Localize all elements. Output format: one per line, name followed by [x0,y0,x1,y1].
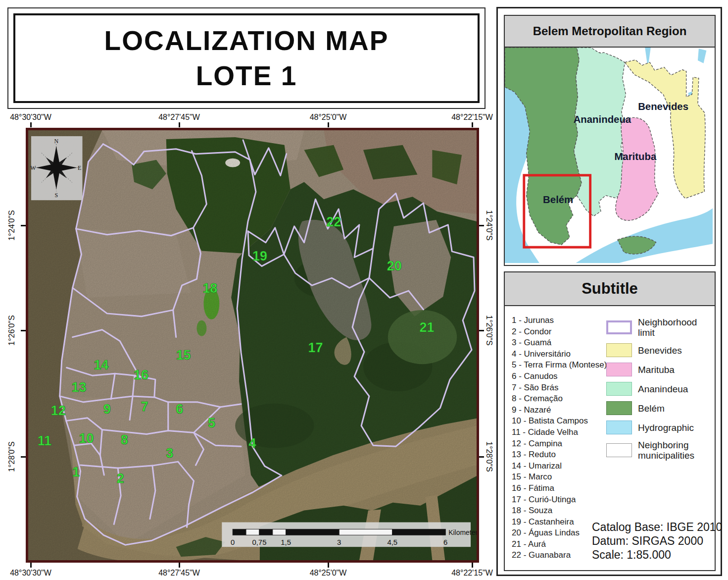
neighborhood-number-4: 4 [249,436,256,451]
map-title-line2: LOTE 1 [196,61,297,91]
neighborhood-number-18: 18 [202,281,217,296]
map-title-line1: LOCALIZATION MAP [104,26,389,56]
legend-swatch [606,421,632,434]
localization-map-figure: LOCALIZATION MAP LOTE 1 [0,0,728,580]
legend-swatch [606,363,632,376]
compass-rose: NSWE [30,136,82,200]
legend-swatch-label: Benevides [638,345,682,356]
latitude-label-left: 1°24'0"S [7,210,16,240]
neighborhood-number-22: 22 [326,214,341,229]
inset-map-svg: AnanindeuaBenevidesMaritubaBelém [505,48,713,263]
latitude-label-right: 1°24'0"S [485,210,493,240]
legend-swatch-row: Neighboring municipalities [606,440,707,461]
legend-box: Subtitle 1 - Jurunas2 - Condor3 - Guamá4… [504,271,716,571]
noise-texture [28,130,477,560]
neighborhood-number-6: 6 [176,402,183,417]
legend-item-3: 3 - Guamá [512,337,607,349]
title-box: LOCALIZATION MAP LOTE 1 [7,7,485,109]
latitude-label-left: 1°28'0"S [7,441,16,472]
longitude-label-top: 48°25'0"W [310,113,347,122]
longitude-label-bottom: 48°30'30"W [10,569,51,578]
neighborhood-number-7: 7 [141,399,148,414]
scale-unit: Kilometers [448,528,477,536]
legend-swatch-label: Belém [638,403,665,414]
neighborhood-number-1: 1 [72,465,80,479]
legend-swatch-label: Neighborhood limit [638,317,707,338]
compass-n: N [54,138,58,145]
main-map: 12345678910111213141516171819202122 NSWE [26,128,479,563]
legend-swatch-row: Neighborhood limit [606,317,707,338]
neighborhood-number-17: 17 [308,340,323,355]
longitude-tick-top [30,122,32,127]
title-inner-frame: LOCALIZATION MAP LOTE 1 [13,13,480,103]
longitude-label-bottom: 48°22'15"W [451,569,493,578]
compass-e: E [78,164,81,171]
legend-header: Subtitle [505,272,715,306]
legend-swatch [606,343,632,357]
legend-item-1: 1 - Jurunas [512,315,607,326]
scale-bar: 00,751,534,56Kilometers [222,522,477,547]
legend-swatch-row: Marituba [606,363,707,376]
legend-item-6: 6 - Canudos [512,371,607,382]
legend-item-12: 12 - Campina [512,438,607,450]
longitude-label-top: 48°30'30"W [10,113,51,122]
scale-tick-1,5: 1,5 [281,538,291,546]
neighborhood-number-13: 13 [72,380,87,395]
legend-swatch-label: Neighboring municipalities [638,440,707,461]
legend-item-2: 2 - Condor [512,326,607,338]
longitude-tick-bottom [472,563,473,568]
longitude-tick-top [328,122,329,127]
neighborhood-number-21: 21 [419,320,434,335]
scale-tick-0,75: 0,75 [252,538,266,546]
longitude-label-top: 48°22'15"W [451,113,493,122]
legend-swatch-row: Ananindeua [606,382,707,396]
legend-item-17: 17 - Curió-Utinga [512,494,607,506]
compass-s: S [54,192,58,199]
legend-item-5: 5 - Terra Firma (Montese) [512,360,607,371]
legend-item-15: 15 - Marco [512,472,607,483]
longitude-label-bottom: 48°25'0"W [310,569,347,578]
scale-tick-0: 0 [231,538,235,546]
neighborhood-number-11: 11 [38,433,51,448]
latitude-label-right: 1°28'0"S [485,441,493,472]
legend-swatch-label: Ananindeua [638,384,688,394]
latitude-tick-right [479,456,484,458]
legend-item-13: 13 - Reduto [512,449,607,461]
latitude-label-left: 1°26'0"S [7,315,16,345]
catalog-line-1: Catalog Base: IBGE 2010 [592,520,722,534]
longitude-tick-top [472,122,473,127]
latitude-tick-left [21,456,26,458]
legend-item-7: 7 - São Brás [512,382,607,394]
inset-label-ananindeua: Ananindeua [574,113,631,125]
neighborhood-number-3: 3 [166,446,173,461]
legend-swatch-label: Marituba [638,365,675,375]
legend-swatch [606,382,632,396]
legend-item-16: 16 - Fátima [512,483,607,494]
latitude-label-right: 1°26'0"S [485,315,493,345]
catalog-info: Catalog Base: IBGE 2010Datum: SIRGAS 200… [592,520,722,562]
neighborhood-number-19: 19 [252,249,267,264]
longitude-tick-bottom [30,563,32,568]
legend-item-8: 8 - Cremação [512,393,607,405]
inset-map-header: Belem Metropolitan Region [505,16,715,48]
legend-swatch-row: Benevides [606,343,707,357]
longitude-label-top: 48°27'45"W [158,113,200,122]
legend-item-9: 9 - Nazaré [512,405,607,416]
inset-label-belém: Belém [543,193,573,205]
latitude-tick-right [479,330,484,331]
longitude-tick-bottom [179,563,180,568]
legend-item-4: 4 - Universitário [512,349,607,360]
longitude-tick-bottom [328,563,329,568]
longitude-tick-top [179,122,180,127]
neighborhood-number-2: 2 [117,471,124,486]
neighborhood-number-15: 15 [176,348,191,363]
legend-swatch-row: Belém [606,401,707,415]
longitude-label-bottom: 48°27'45"W [158,569,200,578]
legend-swatches: Neighborhood limitBenevidesMaritubaAnani… [606,317,707,461]
latitude-tick-left [21,330,26,331]
scale-tick-3: 3 [337,538,341,546]
main-map-svg: 12345678910111213141516171819202122 NSWE [28,130,477,560]
legend-swatch [606,443,632,457]
legend-swatch [606,401,632,415]
legend-swatch [606,320,632,334]
